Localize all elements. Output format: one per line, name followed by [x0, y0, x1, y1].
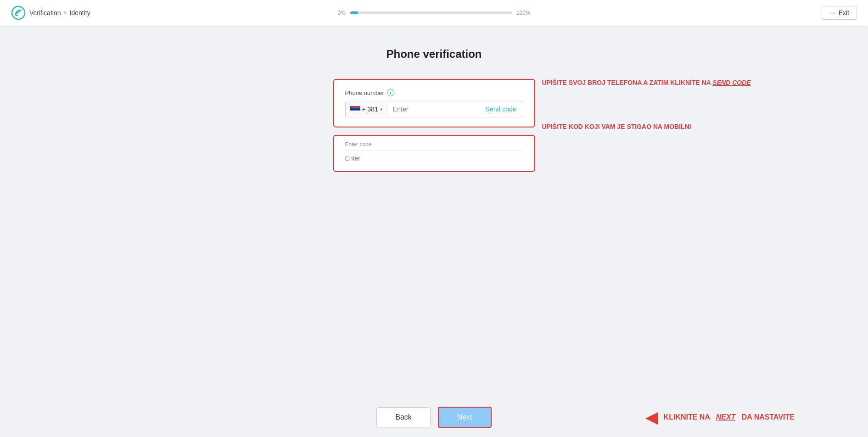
phone-section: Phone number i + 381 ▾ Send code	[333, 79, 535, 127]
progress-label-right: 100%	[516, 10, 531, 16]
phone-annotation: UPIŠITE SVOJ BROJ TELEFONA A ZATIM KLIKN…	[542, 79, 751, 86]
svg-point-0	[12, 6, 25, 19]
content-wrapper: Phone number i + 381 ▾ Send code	[333, 79, 535, 172]
phone-label-text: Phone number	[345, 89, 384, 96]
page-title: Phone verification	[386, 48, 482, 61]
phone-field-label: Phone number i	[345, 89, 523, 96]
phone-input[interactable]	[387, 101, 479, 117]
code-section: Enter code	[333, 135, 535, 172]
footer-annotation-text: KLIKNITE NA NEXT DA NASTAVITE	[664, 413, 795, 421]
exit-button[interactable]: → Exit	[822, 6, 857, 20]
progress-bar-track	[350, 11, 512, 14]
annotation-column: UPIŠITE SVOJ BROJ TELEFONA A ZATIM KLIKN…	[542, 79, 751, 130]
next-button[interactable]: Next	[438, 407, 492, 428]
footer-annotation-suffix: DA NASTAVITE	[742, 413, 795, 421]
flag-stripe	[350, 111, 360, 113]
logo-icon	[11, 6, 26, 20]
progress-container: 0% 100%	[338, 10, 531, 16]
code-annotation-text: UPIŠITE KOD KOJI VAM JE STIGAO NA MOBILN…	[542, 123, 691, 130]
progress-label-left: 0%	[338, 10, 346, 16]
send-code-button[interactable]: Send code	[479, 101, 523, 117]
breadcrumb-step2: Identity	[70, 9, 90, 17]
code-annotation: UPIŠITE KOD KOJI VAM JE STIGAO NA MOBILN…	[542, 123, 751, 130]
country-selector[interactable]: + 381 ▾	[346, 102, 387, 116]
phone-annotation-text: UPIŠITE SVOJ BROJ TELEFONA A ZATIM KLIKN…	[542, 79, 711, 86]
exit-arrow-icon: →	[829, 9, 836, 17]
red-arrow-icon: ◀	[645, 409, 658, 426]
flag-rs-icon	[350, 106, 360, 113]
send-code-annotation-link: SEND CODE	[712, 79, 750, 86]
main: Phone verification Phone number i + 381 …	[0, 26, 868, 172]
code-field-label: Enter code	[345, 141, 523, 148]
form-column: Phone number i + 381 ▾ Send code	[333, 79, 535, 172]
country-code: + 381	[362, 105, 378, 113]
footer: Back Next ◀ KLIKNITE NA NEXT DA NASTAVIT…	[0, 398, 868, 437]
breadcrumb-separator: >	[63, 10, 67, 16]
chevron-down-icon: ▾	[380, 107, 382, 112]
info-icon[interactable]: i	[387, 89, 394, 96]
code-input[interactable]	[345, 150, 523, 164]
footer-annotation-link: NEXT	[716, 413, 736, 421]
footer-annotation-prefix: KLIKNITE NA	[664, 413, 710, 421]
footer-annotation-area: ◀ KLIKNITE NA NEXT DA NASTAVITE	[645, 409, 795, 426]
phone-input-row: + 381 ▾ Send code	[345, 101, 523, 117]
back-button[interactable]: Back	[376, 407, 431, 427]
header: Verification > Identity 0% 100% → Exit	[0, 0, 868, 26]
exit-label: Exit	[839, 9, 849, 17]
breadcrumb-step1: Verification	[29, 9, 61, 17]
breadcrumb: Verification > Identity	[29, 9, 90, 17]
header-left: Verification > Identity	[11, 6, 90, 20]
progress-bar-fill	[350, 11, 358, 14]
